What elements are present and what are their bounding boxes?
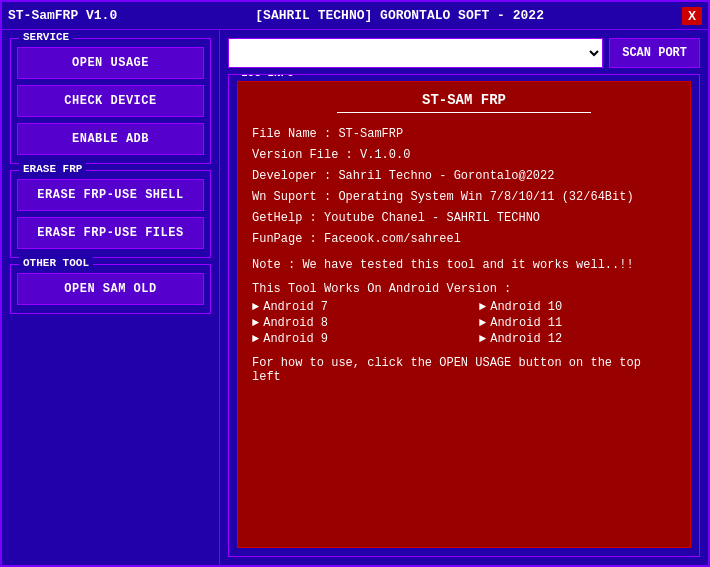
arrow-icon-3: ► — [479, 316, 486, 330]
log-content: ST-SAM FRP File Name : ST-SamFRP Version… — [237, 81, 691, 548]
close-button[interactable]: X — [682, 7, 702, 25]
service-group: SERVICE OPEN USAGE CHECK DEVICE ENABLE A… — [10, 38, 211, 164]
android-row-2-col2: ►Android 12 — [479, 332, 676, 346]
service-label: SERVICE — [19, 31, 73, 43]
note-text: Note : We have tested this tool and it w… — [252, 258, 676, 272]
port-select[interactable] — [228, 38, 603, 68]
open-sam-old-button[interactable]: OPEN SAM OLD — [17, 273, 204, 305]
android-row-0-col2: ►Android 10 — [479, 300, 676, 314]
other-tool-label: OTHER TOOL — [19, 257, 93, 269]
check-device-button[interactable]: CHECK DEVICE — [17, 85, 204, 117]
main-content: SERVICE OPEN USAGE CHECK DEVICE ENABLE A… — [2, 30, 708, 565]
log-line-5: FunPage : Faceook.com/sahreel — [252, 230, 676, 248]
title-center: [SAHRIL TECHNO] GORONTALO SOFT - 2022 — [117, 8, 682, 23]
log-line-0: File Name : ST-SamFRP — [252, 125, 676, 143]
scan-port-button[interactable]: SCAN PORT — [609, 38, 700, 68]
log-line-4: GetHelp : Youtube Chanel - SAHRIL TECHNO — [252, 209, 676, 227]
top-bar: SCAN PORT — [228, 38, 700, 68]
other-tool-group: OTHER TOOL OPEN SAM OLD — [10, 264, 211, 314]
left-panel: SERVICE OPEN USAGE CHECK DEVICE ENABLE A… — [2, 30, 220, 565]
log-divider — [337, 112, 591, 113]
erase-frp-label: ERASE FRP — [19, 163, 86, 175]
open-usage-button[interactable]: OPEN USAGE — [17, 47, 204, 79]
android-row-1-col1: ►Android 8 — [252, 316, 449, 330]
android-row-2-col1: ►Android 9 — [252, 332, 449, 346]
android-title: This Tool Works On Android Version : — [252, 282, 676, 296]
erase-frp-files-button[interactable]: ERASE FRP-USE FILES — [17, 217, 204, 249]
app-title: ST-SamFRP V1.0 — [8, 8, 117, 23]
log-info-label: LOG INFO — [237, 74, 298, 79]
log-line-3: Wn Suport : Operating System Win 7/8/10/… — [252, 188, 676, 206]
footer-text: For how to use, click the OPEN USAGE but… — [252, 356, 676, 384]
arrow-icon-4: ► — [252, 332, 259, 346]
erase-frp-shell-button[interactable]: ERASE FRP-USE SHELL — [17, 179, 204, 211]
log-info-group: LOG INFO ST-SAM FRP File Name : ST-SamFR… — [228, 74, 700, 557]
app-window: ST-SamFRP V1.0 [SAHRIL TECHNO] GORONTALO… — [0, 0, 710, 567]
log-title: ST-SAM FRP — [252, 92, 676, 108]
title-bar: ST-SamFRP V1.0 [SAHRIL TECHNO] GORONTALO… — [2, 2, 708, 30]
log-line-1: Version File : V.1.0.0 — [252, 146, 676, 164]
arrow-icon-1: ► — [479, 300, 486, 314]
arrow-icon-0: ► — [252, 300, 259, 314]
arrow-icon-5: ► — [479, 332, 486, 346]
android-row-0-col1: ►Android 7 — [252, 300, 449, 314]
android-row-1-col2: ►Android 11 — [479, 316, 676, 330]
erase-frp-group: ERASE FRP ERASE FRP-USE SHELL ERASE FRP-… — [10, 170, 211, 258]
enable-adb-button[interactable]: ENABLE ADB — [17, 123, 204, 155]
android-grid: ►Android 7 ►Android 10 ►Android 8 ►Andro… — [252, 300, 676, 346]
log-line-2: Developer : Sahril Techno - Gorontalo@20… — [252, 167, 676, 185]
right-panel: SCAN PORT LOG INFO ST-SAM FRP File Name … — [220, 30, 708, 565]
arrow-icon-2: ► — [252, 316, 259, 330]
